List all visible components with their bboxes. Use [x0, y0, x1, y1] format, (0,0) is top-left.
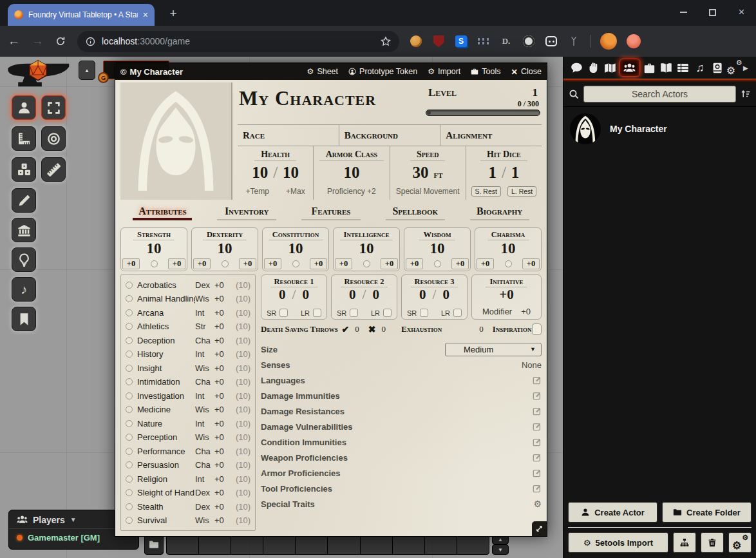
- walls-tool[interactable]: [12, 218, 36, 242]
- vital-field[interactable]: Alignment: [440, 125, 542, 146]
- tab-journal[interactable]: [658, 60, 674, 75]
- browser-menu-icon[interactable]: [627, 34, 641, 48]
- skill-name[interactable]: Arcana: [137, 308, 195, 318]
- lr-checkbox[interactable]: [383, 309, 392, 317]
- skill-name[interactable]: Stealth: [137, 502, 195, 512]
- template-bullseye-tool[interactable]: [41, 126, 66, 151]
- ability-check-mod[interactable]: +0: [522, 258, 540, 269]
- skill-name[interactable]: Performance: [137, 447, 195, 456]
- edit-icon[interactable]: [533, 422, 542, 431]
- macro-slot[interactable]: [167, 535, 199, 554]
- sheet-tab[interactable]: Spellbook: [373, 206, 457, 217]
- ability-card[interactable]: Charisma 10 +0 +0: [475, 227, 542, 271]
- edit-icon[interactable]: [533, 453, 542, 462]
- inspiration-checkbox[interactable]: [532, 323, 542, 335]
- ability-check-mod[interactable]: +0: [310, 258, 327, 269]
- ability-check-mod[interactable]: +0: [239, 258, 256, 269]
- tab-scenes[interactable]: [603, 60, 618, 75]
- skill-proficiency-radio[interactable]: [126, 378, 133, 385]
- skill-name[interactable]: Medicine: [137, 405, 195, 414]
- skill-row[interactable]: Arcana Int +0 (10): [126, 306, 250, 320]
- ability-score[interactable]: 10: [404, 240, 470, 256]
- tools-button[interactable]: Tools: [471, 67, 500, 76]
- ability-score[interactable]: 10: [475, 240, 541, 256]
- resource-current[interactable]: 0: [349, 287, 356, 302]
- macro-slot[interactable]: [457, 535, 489, 554]
- bookmark-star-icon[interactable]: [381, 36, 391, 46]
- robot-extension-icon[interactable]: [545, 35, 558, 48]
- hd-max[interactable]: 1: [511, 164, 520, 182]
- skill-row[interactable]: Medicine Wis +0 (10): [126, 403, 250, 416]
- sr-checkbox[interactable]: [350, 309, 358, 317]
- macro-folder-button[interactable]: [144, 534, 164, 555]
- resource-max[interactable]: 0: [442, 287, 449, 302]
- close-window-button[interactable]: ×: [727, 0, 756, 24]
- proficiency-radio[interactable]: [363, 260, 370, 267]
- resource-max[interactable]: 0: [372, 287, 379, 302]
- edit-icon[interactable]: [533, 376, 542, 385]
- measure-tool[interactable]: [12, 126, 36, 151]
- ability-name[interactable]: Constitution: [269, 229, 323, 240]
- create-folder-button[interactable]: Create Folder: [662, 502, 751, 523]
- skill-proficiency-radio[interactable]: [126, 309, 133, 316]
- d-extension-icon[interactable]: D.: [500, 35, 513, 48]
- sounds-tool[interactable]: ♪: [12, 277, 36, 302]
- long-rest-button[interactable]: L. Rest: [507, 186, 536, 197]
- resource-current[interactable]: 0: [279, 287, 286, 302]
- resource-card[interactable]: Resource 1 0/0 SR LR: [261, 274, 327, 320]
- skill-proficiency-radio[interactable]: [126, 406, 133, 413]
- notes-tool[interactable]: [12, 307, 36, 331]
- resource-current[interactable]: 0: [419, 287, 426, 302]
- skill-proficiency-radio[interactable]: [126, 420, 133, 427]
- skill-name[interactable]: Deception: [137, 336, 195, 345]
- skill-row[interactable]: Perception Wis +0 (10): [126, 430, 250, 444]
- actor-name[interactable]: My Character: [610, 124, 667, 134]
- proficiency-radio[interactable]: [505, 260, 512, 267]
- skill-proficiency-radio[interactable]: [126, 337, 133, 344]
- skill-name[interactable]: Investigation: [137, 391, 195, 401]
- ublock-extension-icon[interactable]: [432, 35, 445, 48]
- vital-field[interactable]: Background: [339, 125, 441, 146]
- tab-tables[interactable]: [676, 60, 691, 75]
- macro-slot[interactable]: [361, 535, 393, 554]
- ability-name[interactable]: Strength: [133, 229, 175, 240]
- skill-row[interactable]: Intimidation Cha +0 (10): [126, 375, 250, 389]
- actor-list-item[interactable]: My Character: [569, 111, 751, 147]
- ability-check-mod[interactable]: +0: [168, 258, 185, 269]
- address-bar[interactable]: localhost:30000/game: [77, 31, 399, 52]
- macro-slot[interactable]: [263, 535, 296, 554]
- exhaustion-value[interactable]: 0: [479, 324, 484, 334]
- resource-card[interactable]: Resource 2 0/0 SR LR: [331, 274, 397, 320]
- death-success-count[interactable]: 0: [355, 324, 359, 334]
- resource-title[interactable]: Resource 2: [341, 276, 388, 287]
- skill-row[interactable]: Insight Wis +0 (10): [126, 361, 250, 375]
- skill-proficiency-radio[interactable]: [126, 517, 133, 524]
- hp-tempmax-label[interactable]: +Max: [286, 187, 305, 196]
- ability-card[interactable]: Constitution 10 +0 +0: [262, 227, 329, 271]
- ability-save-mod[interactable]: +0: [406, 258, 423, 269]
- search-input[interactable]: [583, 86, 736, 102]
- skill-row[interactable]: History Int +0 (10): [126, 347, 250, 361]
- skill-name[interactable]: Persuasion: [137, 460, 195, 470]
- maximize-button[interactable]: [698, 0, 727, 24]
- macro-slot[interactable]: [199, 535, 231, 554]
- skill-name[interactable]: Sleight of Hand: [137, 488, 195, 497]
- skill-name[interactable]: Survival: [137, 515, 195, 525]
- skill-row[interactable]: Animal Handling Wis +0 (10): [126, 292, 250, 305]
- skill-row[interactable]: Acrobatics Dex +0 (10): [126, 278, 250, 292]
- hd-current[interactable]: 1: [488, 164, 496, 182]
- import-button[interactable]: ⚙Import: [428, 67, 460, 76]
- traits-config-gear-icon[interactable]: ⚙: [533, 499, 542, 509]
- fork-extension-icon[interactable]: [567, 35, 580, 48]
- skill-row[interactable]: Survival Wis +0 (10): [126, 514, 250, 527]
- select-targets-tool[interactable]: [41, 95, 66, 120]
- prototype-token-button[interactable]: Prototype Token: [348, 67, 417, 76]
- sheet-config-button[interactable]: ⚙Sheet: [307, 67, 338, 76]
- actor-avatar[interactable]: [570, 113, 601, 144]
- ability-card[interactable]: Dexterity 10 +0 +0: [191, 227, 258, 271]
- ability-save-mod[interactable]: +0: [477, 258, 494, 269]
- edit-icon[interactable]: [533, 391, 542, 400]
- ability-score[interactable]: 10: [334, 240, 399, 256]
- ability-name[interactable]: Intelligence: [340, 229, 393, 240]
- hotbar-page-down-icon[interactable]: ▼: [492, 544, 509, 555]
